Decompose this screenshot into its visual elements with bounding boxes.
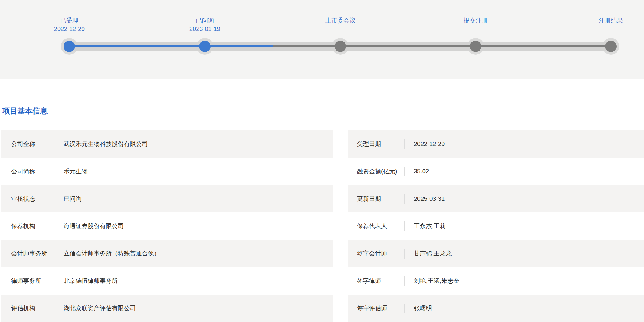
- step-dot-done-icon: [199, 41, 211, 52]
- step-label: 注册结果: [563, 16, 644, 25]
- table-row: 保荐机构 海通证券股份有限公司: [1, 212, 333, 240]
- step-date: [563, 25, 644, 33]
- table-row: 签字会计师 甘声锦,王龙龙: [348, 240, 644, 267]
- row-label: 签字律师: [348, 277, 404, 285]
- table-row: 评估机构 湖北众联资产评估有限公司: [1, 295, 333, 322]
- table-row: 会计师事务所 立信会计师事务所（特殊普通合伙）: [1, 240, 333, 267]
- table-row: 保荐代表人 王永杰,王莉: [348, 212, 644, 240]
- row-label: 评估机构: [1, 304, 56, 312]
- row-value: 已问询: [56, 195, 82, 203]
- row-value: 2022-12-29: [405, 141, 445, 147]
- row-label: 律师事务所: [1, 277, 56, 285]
- step-date: [292, 25, 389, 33]
- row-label: 公司全称: [1, 140, 56, 148]
- row-value: 甘声锦,王龙龙: [405, 249, 452, 258]
- row-value: 刘艳,王曦,朱志奎: [405, 277, 459, 285]
- step-dot-done-icon: [64, 41, 75, 52]
- step-date: 2023-01-19: [157, 25, 253, 33]
- row-label: 保荐代表人: [348, 222, 404, 230]
- step-dot-pending-icon: [605, 41, 617, 52]
- page-title: 项目基本信息: [2, 106, 48, 116]
- row-value: 王永杰,王莉: [405, 222, 446, 230]
- timeline-section: 已受理 2022-12-29 已问询 2023-01-19 上市委会议 提交注册…: [0, 0, 644, 79]
- timeline-step-submit-registration: 提交注册: [427, 16, 524, 33]
- timeline-step-accepted: 已受理 2022-12-29: [21, 16, 117, 33]
- row-value: 武汉禾元生物科技股份有限公司: [56, 140, 148, 148]
- timeline-step-committee-meeting: 上市委会议: [292, 16, 389, 33]
- info-table-right: 受理日期 2022-12-29 融资金额(亿元) 35.02 更新日期 2025…: [348, 130, 644, 322]
- step-label: 已受理: [21, 16, 117, 25]
- row-label: 更新日期: [348, 195, 404, 203]
- table-row: 公司全称 武汉禾元生物科技股份有限公司: [1, 130, 333, 158]
- table-row: 公司简称 禾元生物: [1, 158, 333, 185]
- step-dot-pending-icon: [470, 41, 481, 52]
- table-row: 审核状态 已问询: [1, 185, 333, 212]
- table-row: 律师事务所 北京德恒律师事务所: [1, 267, 333, 295]
- table-row: 签字评估师 张曙明: [348, 295, 644, 322]
- step-label: 上市委会议: [292, 16, 389, 25]
- row-value: 湖北众联资产评估有限公司: [56, 304, 136, 312]
- step-dot-pending-icon: [335, 41, 346, 52]
- table-row: 更新日期 2025-03-31: [348, 185, 644, 212]
- row-value: 立信会计师事务所（特殊普通合伙）: [56, 249, 160, 258]
- timeline-step-registration-result: 注册结果: [563, 16, 644, 33]
- step-label: 提交注册: [427, 16, 524, 25]
- row-value: 张曙明: [405, 304, 432, 312]
- info-table-left: 公司全称 武汉禾元生物科技股份有限公司 公司简称 禾元生物 审核状态 已问询 保…: [1, 130, 333, 322]
- timeline-progress-line: [69, 45, 273, 47]
- row-label: 融资金额(亿元): [348, 167, 404, 175]
- row-value: 海通证券股份有限公司: [56, 222, 124, 230]
- table-row: 融资金额(亿元) 35.02: [348, 158, 644, 185]
- step-date: [427, 25, 524, 33]
- row-label: 会计师事务所: [1, 249, 56, 258]
- step-date: 2022-12-29: [21, 25, 117, 33]
- row-label: 审核状态: [1, 195, 56, 203]
- table-row: 签字律师 刘艳,王曦,朱志奎: [348, 267, 644, 295]
- row-value: 2025-03-31: [405, 195, 445, 202]
- row-label: 签字会计师: [348, 249, 404, 258]
- row-label: 公司简称: [1, 167, 56, 175]
- table-row: 受理日期 2022-12-29: [348, 130, 644, 158]
- row-label: 签字评估师: [348, 304, 404, 312]
- row-label: 受理日期: [348, 140, 404, 148]
- row-label: 保荐机构: [1, 222, 56, 230]
- row-value: 禾元生物: [56, 167, 88, 175]
- row-value: 35.02: [405, 168, 429, 175]
- timeline-step-inquired: 已问询 2023-01-19: [157, 16, 253, 33]
- step-label: 已问询: [157, 16, 253, 25]
- row-value: 北京德恒律师事务所: [56, 277, 118, 285]
